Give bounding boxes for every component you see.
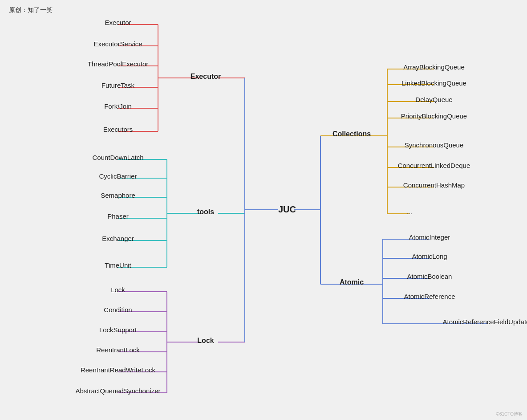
lock-item-locksupport: LockSupport [99,326,137,334]
atomic-item-atomicreferencefield: AtomicReferenceFieldUpdater [443,318,527,326]
atomic-item-atomiclong: AtomicLong [412,253,447,260]
tools-item-timeunit: TimeUnit [105,261,131,269]
tools-item-cyclicbarrier: CyclicBarrier [99,172,137,180]
executor-item-executors: Executors [103,126,133,133]
collections-item-priorityblockingqueue: PriorityBlockingQueue [401,112,467,120]
lock-group-label: Lock [197,337,214,345]
executor-item-futuretask: FutureTask [101,82,134,89]
executor-item-executor: Executor [105,19,131,26]
executor-item-threadpoolexecutor: ThreadPoolExecutor [88,60,149,68]
lock-item-lock: Lock [111,286,125,294]
executor-item-executorservice: ExecutorService [93,40,142,48]
collections-item-delayqueue: DelayQueue [415,96,452,103]
collections-item-concurrentlinkeddeque: ConcurrentLinkedDeque [398,162,470,169]
atomic-group-label: Atomic [340,278,364,286]
collections-item-linkedblockingqueue: LinkedBlockingQueue [401,79,466,87]
tools-group-label: tools [197,208,214,216]
tools-item-phaser: Phaser [107,212,129,220]
executor-item-forkjoin: Fork/Join [104,102,132,110]
collections-item-concurrenthashmap: ConcurrentHashMap [403,181,465,189]
tools-item-exchanger: Exchanger [102,235,134,242]
collections-item-arrayblockingqueue: ArrayBlockingQueue [403,63,465,71]
collections-item-ellipsis: ... [407,208,413,216]
juc-label: JUC [278,204,296,215]
atomic-item-atomicreference: AtomicReference [404,293,455,300]
main-canvas: 原创：知了一笑 ©61CTO博客 [0,0,527,420]
lock-item-abstractqueuedsynchonizer: AbstractQueuedSynchonizer [76,387,161,395]
collections-group-label: Collections [332,130,371,138]
collections-item-synchronousqueue: SynchronousQueue [405,141,464,149]
tools-item-semaphore: Semaphore [101,192,135,199]
executor-group-label: Executor [191,73,221,81]
atomic-item-atomicboolean: AtomicBoolean [407,273,452,280]
lock-item-condition: Condition [104,306,132,314]
atomic-item-atomicinteger: AtomicInteger [409,233,450,241]
lock-item-reentrantreadwritelock: ReentrantReadWriteLock [81,366,155,374]
lock-item-reentrantlock: ReentrantLock [96,346,140,354]
tools-item-countdownlatch: CountDownLatch [92,154,143,161]
